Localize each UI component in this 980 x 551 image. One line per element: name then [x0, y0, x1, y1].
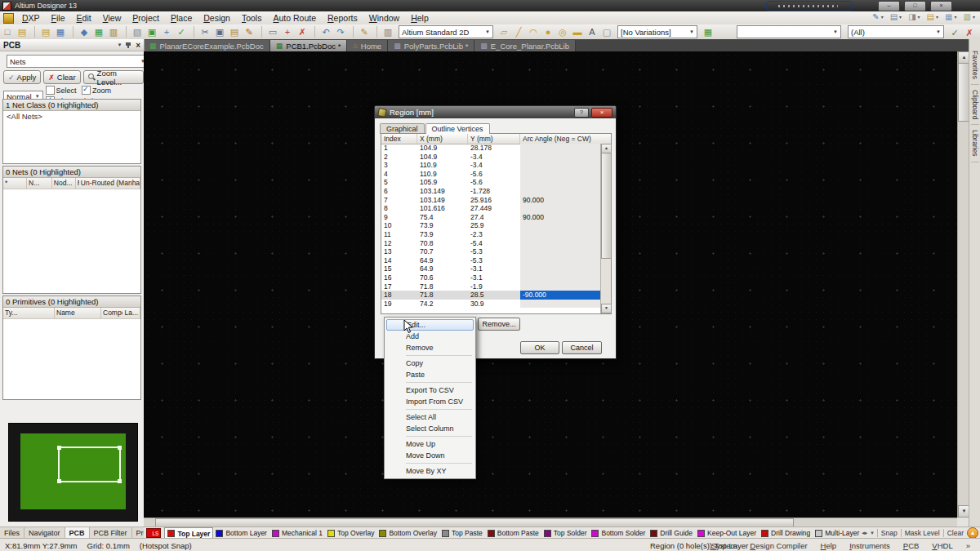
vertex-y-cell[interactable]: -1.728: [468, 187, 520, 196]
vertex-x-cell[interactable]: 103.149: [417, 187, 468, 196]
ok-button[interactable]: OK: [520, 341, 559, 354]
vertex-row[interactable]: 13 70.7 -5.3: [381, 247, 601, 256]
document-tab[interactable]: ▩ PolyParts.PcbLib *: [388, 40, 474, 51]
toolbar-icon[interactable]: ▤: [16, 26, 29, 38]
document-tab[interactable]: ⌂ Home: [347, 40, 388, 51]
document-tab[interactable]: ▦ PlanarECoreExample.PcbDoc: [144, 40, 270, 51]
vertex-y-cell[interactable]: 27.449: [468, 204, 520, 213]
clear-button[interactable]: ✗Clear: [43, 70, 80, 84]
vertex-y-cell[interactable]: -3.4: [468, 153, 520, 162]
menu-item[interactable]: Place: [165, 12, 198, 24]
toolbar-icon[interactable]: ◆: [73, 26, 91, 38]
vertex-index-cell[interactable]: 8: [381, 204, 417, 213]
vertex-row[interactable]: 3 110.9 -3.4: [381, 161, 601, 170]
place-tool-icon[interactable]: ▬: [571, 26, 584, 38]
vertex-y-cell[interactable]: -5.6: [468, 178, 520, 187]
scroll-down-icon[interactable]: ▼: [601, 304, 612, 313]
vertex-row[interactable]: 4 110.9 -5.6: [381, 170, 601, 179]
place-tool-icon[interactable]: ◠: [527, 26, 540, 38]
vertex-x-cell[interactable]: 73.9: [417, 230, 468, 239]
layer-tab[interactable]: Bottom Layer: [213, 528, 270, 539]
right-panel-tab[interactable]: Libraries: [971, 125, 979, 162]
context-menu-item[interactable]: [386, 434, 474, 438]
pin-icon[interactable]: [125, 42, 131, 49]
vertex-x-cell[interactable]: 105.9: [417, 178, 468, 187]
layer-scroll-icon[interactable]: ◂▸: [862, 530, 867, 536]
vertex-index-cell[interactable]: 10: [381, 221, 417, 230]
status-bar-menu[interactable]: Design Compiler: [743, 541, 813, 550]
status-bar-menu[interactable]: Instruments: [843, 541, 897, 550]
menu-item[interactable]: File: [46, 12, 71, 24]
vertex-index-cell[interactable]: 12: [381, 239, 417, 248]
filter-action-icon[interactable]: ✗: [963, 27, 976, 38]
document-tab[interactable]: ▩ E_Core_Planar.PcbLib: [474, 40, 576, 51]
vertex-row[interactable]: 6 103.149 -1.728: [381, 187, 601, 196]
context-menu-item[interactable]: Select Column: [386, 423, 474, 434]
vertex-arc-cell[interactable]: [520, 221, 601, 230]
vertex-row[interactable]: 2 104.9 -3.4: [381, 153, 601, 162]
layer-tab[interactable]: Top Paste: [439, 528, 485, 539]
vertex-x-cell[interactable]: 71.8: [417, 291, 468, 300]
cancel-button[interactable]: Cancel: [562, 341, 602, 354]
vertex-y-cell[interactable]: -5.4: [468, 239, 520, 248]
toolbar-icon[interactable]: ✗: [296, 26, 309, 38]
toolbar-icon[interactable]: □: [1, 26, 14, 38]
vertex-arc-cell[interactable]: -90.000: [520, 291, 601, 300]
vertex-arc-cell[interactable]: 90.000: [520, 196, 601, 205]
vertex-x-cell[interactable]: 110.9: [417, 161, 468, 170]
status-bar-menu[interactable]: VHDL: [925, 541, 959, 550]
toolbar-icon[interactable]: ✓: [175, 26, 188, 38]
toolbar-dropdown-icon[interactable]: ▦: [945, 12, 956, 21]
scroll-up-orange-icon[interactable]: ▲: [967, 527, 978, 539]
vertex-index-cell[interactable]: 4: [381, 170, 417, 179]
column-header[interactable]: La...: [122, 308, 140, 318]
vertex-y-cell[interactable]: -5.3: [468, 256, 520, 265]
vertex-arc-cell[interactable]: [520, 230, 601, 239]
vertex-index-cell[interactable]: 18: [381, 291, 417, 300]
toolbar-icon[interactable]: ↶: [314, 26, 332, 38]
vertex-arc-cell[interactable]: [520, 170, 601, 179]
toolbar-icon[interactable]: ▥: [107, 26, 120, 38]
place-tool-icon[interactable]: ▢: [600, 26, 613, 38]
layer-tab[interactable]: Drill Drawing: [759, 528, 813, 539]
vertex-y-cell[interactable]: 27.4: [468, 213, 520, 222]
toolbar-icon[interactable]: ✂: [194, 26, 212, 38]
maximize-button[interactable]: □: [904, 1, 926, 11]
vertex-index-cell[interactable]: 2: [381, 153, 417, 162]
toolbar-dropdown-icon[interactable]: ✎: [872, 12, 883, 21]
right-panel-tab[interactable]: Favorites: [971, 46, 979, 85]
layer-tab[interactable]: Bottom Overlay: [376, 528, 439, 539]
layer-tab[interactable]: Top Layer: [164, 527, 213, 539]
vertex-x-cell[interactable]: 104.9: [417, 144, 468, 153]
context-menu-item[interactable]: Add: [386, 331, 474, 342]
toolbar-icon[interactable]: ▤: [228, 26, 241, 38]
context-menu-item[interactable]: Import From CSV: [386, 396, 474, 407]
toolbar-icon[interactable]: ✎: [243, 26, 256, 38]
view-configuration-combo[interactable]: Altium Standard 2D▼: [399, 25, 493, 38]
menu-item[interactable]: View: [97, 12, 127, 24]
vertex-arc-cell[interactable]: [520, 300, 601, 309]
toolbar-dropdown-icon[interactable]: ▥: [964, 12, 975, 21]
panel-checkbox[interactable]: Select: [46, 86, 77, 95]
column-header[interactable]: *: [3, 178, 27, 189]
vertex-x-cell[interactable]: 70.7: [417, 247, 468, 256]
scrollbar-thumb[interactable]: [601, 153, 612, 259]
toolbar-icon[interactable]: ▧: [126, 26, 144, 38]
clear-mask-button[interactable]: Clear: [947, 529, 964, 537]
toolbar-icon[interactable]: ▥: [376, 26, 394, 38]
variant-icon[interactable]: ▦: [702, 26, 715, 38]
context-menu-item[interactable]: Remove: [386, 342, 474, 353]
board-preview[interactable]: [8, 423, 138, 522]
vertex-arc-cell[interactable]: [520, 273, 601, 282]
context-menu-item[interactable]: Move By XY: [386, 465, 474, 477]
panel-tab[interactable]: Files: [0, 527, 24, 539]
toolbar-icon[interactable]: ▤: [34, 26, 52, 38]
context-menu-item[interactable]: Export To CSV: [386, 384, 474, 396]
vertex-row[interactable]: 19 74.2 30.9: [381, 300, 601, 309]
context-menu-item[interactable]: Copy: [386, 358, 474, 369]
layer-tab[interactable]: Bottom Paste: [485, 528, 541, 539]
vertex-index-cell[interactable]: 13: [381, 247, 417, 256]
vertex-row[interactable]: 7 103.149 25.916 90.000: [381, 196, 601, 205]
menu-item[interactable]: Auto Route: [267, 12, 322, 24]
vertex-row[interactable]: 10 73.9 25.9: [381, 221, 601, 230]
